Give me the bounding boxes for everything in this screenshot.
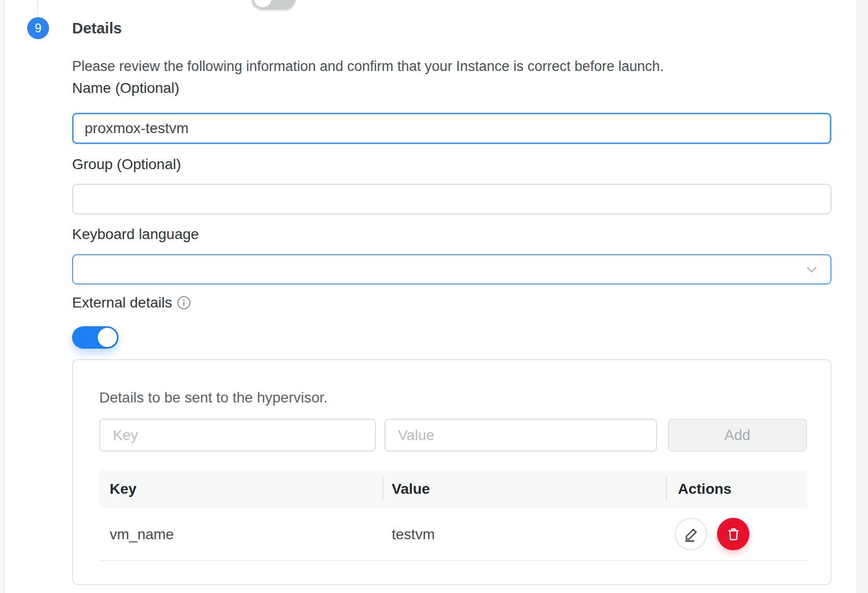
table-row: vm_name testvm: [99, 508, 807, 561]
hypervisor-description: Details to be sent to the hypervisor.: [99, 389, 327, 406]
external-details-row: External details: [72, 294, 191, 311]
keyboard-language-label: Keyboard language: [72, 226, 199, 243]
info-icon[interactable]: [177, 295, 191, 310]
group-field-label: Group (Optional): [72, 156, 181, 173]
step-indicator: 9: [27, 17, 49, 39]
toggle-knob: [253, 0, 272, 8]
header-key: Key: [110, 470, 136, 508]
external-details-label: External details: [72, 294, 172, 311]
group-input[interactable]: [72, 184, 831, 215]
previous-section-toggle[interactable]: [252, 0, 296, 9]
details-table-header: Key Value Actions: [99, 470, 807, 508]
header-actions: Actions: [678, 470, 732, 508]
keyboard-language-select[interactable]: [72, 254, 831, 284]
section-description: Please review the following information …: [72, 58, 664, 75]
edit-button[interactable]: [675, 518, 707, 550]
name-input[interactable]: [72, 113, 831, 144]
header-value: Value: [392, 470, 430, 508]
name-field-label: Name (Optional): [72, 80, 179, 97]
row-value-cell: testvm: [392, 508, 435, 560]
details-step-page: 9 Details Please review the following in…: [0, 0, 868, 593]
row-key-cell: vm_name: [110, 508, 174, 560]
toggle-knob: [98, 328, 117, 347]
column-divider: [666, 477, 667, 501]
chevron-down-icon: [803, 261, 820, 278]
column-divider: [382, 477, 383, 501]
key-input[interactable]: [99, 419, 376, 452]
add-button[interactable]: Add: [668, 419, 807, 452]
stepper-connector-line: [37, 0, 38, 14]
left-panel-edge: [0, 0, 5, 593]
step-number: 9: [35, 21, 42, 35]
value-input[interactable]: [384, 419, 657, 452]
external-details-toggle[interactable]: [72, 326, 119, 349]
edit-icon: [683, 526, 700, 543]
hypervisor-details-card: Details to be sent to the hypervisor. Ad…: [72, 359, 831, 585]
delete-icon: [725, 526, 742, 542]
delete-button[interactable]: [717, 518, 749, 550]
section-title: Details: [72, 20, 122, 37]
vertical-scrollbar[interactable]: [857, 0, 868, 593]
